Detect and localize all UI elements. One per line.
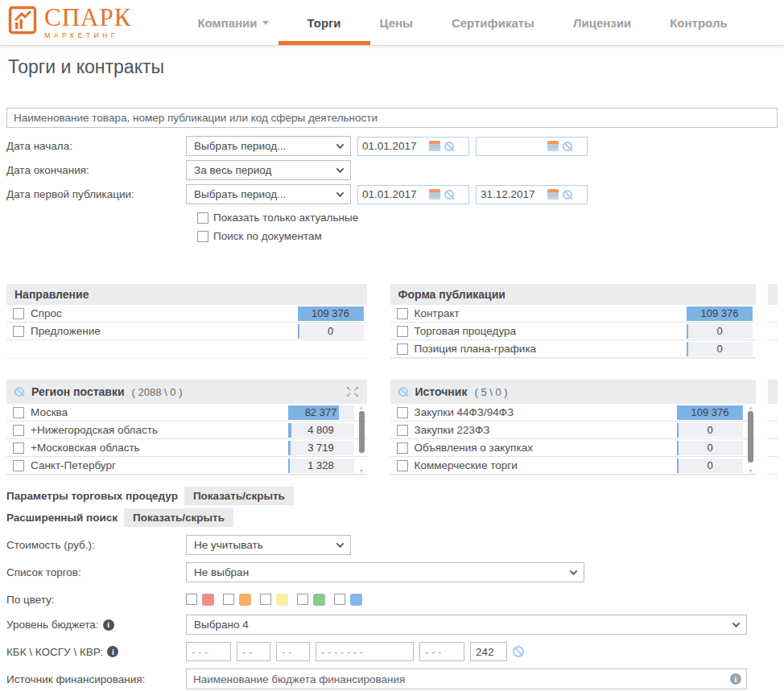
facet-checkbox[interactable] (397, 343, 408, 355)
facet-checkbox[interactable] (397, 326, 408, 337)
nav-item-control[interactable]: Контроль (650, 0, 746, 45)
budget-level-row: Уровень бюджета: i Выбрано 4 (6, 615, 778, 635)
facet-value: 0 (687, 324, 753, 339)
color-swatch-red[interactable] (202, 594, 214, 606)
info-icon[interactable]: i (730, 673, 741, 685)
checkbox-actual-row[interactable]: Показать только актуальные (197, 212, 778, 224)
scrollbar-thumb[interactable] (748, 411, 753, 463)
facet-item[interactable]: Позиция плана-графика 0 (390, 340, 757, 358)
date-start-to-input[interactable] (481, 140, 543, 152)
kbk-segment-input[interactable]: - - - - - - - (316, 642, 414, 661)
clear-date-icon[interactable] (563, 190, 572, 199)
clear-date-icon[interactable] (444, 142, 454, 151)
facet-checkbox[interactable] (13, 326, 24, 337)
date-first-pub-to-input[interactable] (481, 188, 543, 200)
facet-checkbox[interactable] (397, 460, 408, 471)
facet-checkbox[interactable] (397, 442, 408, 454)
facet-item[interactable]: Коммерческие торги 0 (390, 457, 757, 475)
facet-value: 0 (677, 441, 743, 455)
color-swatch-orange[interactable] (239, 594, 251, 606)
facet-checkbox[interactable] (397, 425, 408, 436)
checkbox-docs[interactable] (197, 231, 208, 242)
facet-checkbox[interactable] (397, 308, 408, 319)
date-start-from-input[interactable] (362, 140, 425, 152)
search-input[interactable] (6, 108, 778, 128)
exclude-filter-icon[interactable] (398, 387, 408, 397)
calendar-icon[interactable] (547, 141, 559, 151)
scroll-down-icon[interactable]: ▼ (359, 467, 365, 475)
facet-item[interactable]: Санкт-Петербург 1 328 (6, 457, 367, 475)
funding-source-row: Источник финансирования: i (6, 668, 778, 689)
logo[interactable]: СПАРК МАРКЕТИНГ (8, 6, 131, 39)
nav-item-prices[interactable]: Цены (361, 0, 432, 45)
nav-item-companies[interactable]: Компании (178, 0, 287, 45)
info-icon[interactable]: i (107, 646, 118, 657)
date-first-pub-period-select[interactable]: Выбрать период... (186, 184, 351, 204)
facet-checkbox[interactable] (13, 460, 24, 471)
calendar-icon[interactable] (429, 189, 440, 199)
facet-bar: 0 (687, 342, 753, 356)
facet-checkbox[interactable] (13, 308, 24, 319)
calendar-icon[interactable] (429, 141, 440, 151)
color-checkbox-yellow[interactable] (260, 594, 271, 605)
clear-date-icon[interactable] (444, 190, 454, 199)
color-swatch-yellow[interactable] (276, 594, 288, 606)
nav-label: Лицензии (573, 16, 631, 30)
calendar-icon[interactable] (547, 189, 559, 199)
nav-item-licenses[interactable]: Лицензии (554, 0, 650, 45)
expand-icon[interactable]: ↖ ↗ ↙ ↘ (346, 386, 359, 397)
clear-kbk-icon[interactable] (513, 646, 524, 657)
kvr-input[interactable]: 242 (470, 642, 507, 661)
facet-item[interactable]: +Московская область 3 719 (6, 439, 367, 457)
color-checkbox-red[interactable] (186, 594, 197, 605)
color-checkbox-green[interactable] (297, 594, 308, 605)
scroll-up-icon[interactable]: ▲ (359, 404, 365, 411)
facet-item[interactable]: Спрос 109 376 (6, 305, 367, 323)
date-start-period-select[interactable]: Выбрать период... (186, 136, 351, 156)
info-icon[interactable]: i (103, 619, 114, 631)
exclude-filter-icon[interactable] (14, 387, 24, 397)
kbk-segment-input[interactable]: - - (237, 642, 270, 661)
chevron-down-icon (336, 141, 345, 149)
nav-item-torgi[interactable]: Торги (288, 0, 361, 45)
trade-list-select[interactable]: Не выбран (186, 562, 584, 582)
date-end-period-select[interactable]: За весь период (186, 160, 351, 180)
color-swatch-blue[interactable] (350, 594, 362, 606)
scroll-down-icon[interactable]: ▼ (748, 467, 753, 475)
advanced-search-toggle-button[interactable]: Показать/скрыть (124, 508, 233, 527)
scroll-up-icon[interactable]: ▲ (748, 404, 753, 411)
facet-item[interactable]: Москва 82 377 (6, 404, 367, 422)
scrollbar[interactable]: ▲ ▼ (357, 404, 366, 475)
facet-checkbox[interactable] (13, 442, 24, 454)
facet-item[interactable]: +Нижегородская область 4 809 (6, 422, 367, 439)
cost-select[interactable]: Не учитывать (186, 535, 351, 555)
nav-item-certificates[interactable]: Сертификаты (432, 0, 554, 45)
facet-item[interactable]: Объявления о закупках 0 (390, 439, 757, 457)
color-checkbox-orange[interactable] (223, 594, 234, 605)
kbk-segment-input[interactable]: - - - (419, 642, 464, 661)
kbk-segment-input[interactable]: - - - (186, 642, 231, 661)
procedure-params-label: Параметры торговых процедур (6, 490, 178, 502)
clear-date-icon[interactable] (563, 142, 572, 151)
facet-item[interactable]: Контракт 109 376 (390, 305, 757, 323)
procedure-params-toggle-button[interactable]: Показать/скрыть (184, 487, 294, 505)
facet-checkbox[interactable] (13, 407, 24, 418)
select-value: За весь период (194, 164, 271, 176)
scrollbar[interactable]: ▲ ▼ (746, 404, 755, 475)
facet-checkbox[interactable] (13, 425, 24, 436)
budget-level-select[interactable]: Выбрано 4 (186, 615, 747, 635)
facet-item[interactable]: Торговая процедура 0 (390, 323, 757, 340)
checkbox-docs-row[interactable]: Поиск по документам (197, 230, 778, 242)
kbk-segment-input[interactable]: - - (276, 642, 310, 661)
facet-item[interactable]: Предложение 0 (6, 323, 367, 340)
facet-item[interactable]: Закупки 223ФЗ 0 (390, 422, 757, 439)
color-swatch-green[interactable] (313, 594, 325, 606)
scrollbar-thumb[interactable] (359, 411, 365, 453)
facet-panel-region: Регион поставки ( 2088 \ 0 ) ↖ ↗ ↙ ↘ Мос… (6, 380, 367, 475)
checkbox-actual[interactable] (197, 212, 208, 224)
date-first-pub-from-input[interactable] (362, 188, 425, 200)
color-checkbox-blue[interactable] (334, 594, 345, 605)
funding-source-input[interactable] (186, 668, 747, 689)
facet-item[interactable]: Закупки 44ФЗ/94ФЗ 109 376 (390, 404, 757, 422)
facet-checkbox[interactable] (397, 407, 408, 418)
